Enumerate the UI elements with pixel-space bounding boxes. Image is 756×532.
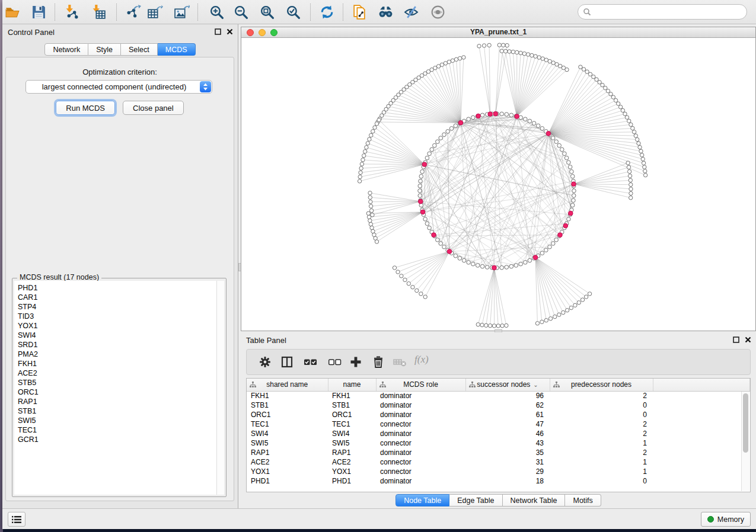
graph-node[interactable]	[492, 324, 496, 328]
graph-node[interactable]	[614, 98, 617, 102]
export-image-icon[interactable]	[174, 4, 190, 20]
graph-node[interactable]	[514, 264, 518, 268]
graph-node[interactable]	[415, 289, 419, 292]
graph-node[interactable]	[365, 146, 368, 149]
graph-node[interactable]	[477, 44, 481, 48]
graph-node[interactable]	[568, 165, 572, 169]
graph-node[interactable]	[447, 60, 451, 63]
graph-node[interactable]	[643, 165, 646, 169]
graph-node[interactable]	[508, 50, 511, 53]
graph-node[interactable]	[503, 49, 507, 53]
select-all-rows-icon[interactable]	[304, 355, 317, 371]
open-file-icon[interactable]	[5, 4, 21, 20]
tab-select[interactable]: Select	[121, 43, 158, 56]
graph-node[interactable]	[500, 112, 504, 116]
tab-mcds[interactable]: MCDS	[158, 43, 196, 56]
graph-node[interactable]	[393, 266, 396, 270]
graph-node[interactable]	[629, 182, 633, 186]
graph-node[interactable]	[524, 261, 528, 265]
graph-node[interactable]	[625, 116, 629, 119]
graph-node[interactable]	[423, 295, 427, 299]
export-network-icon[interactable]	[125, 4, 141, 20]
graph-node[interactable]	[436, 140, 440, 144]
graph-node[interactable]	[369, 200, 372, 203]
graph-node[interactable]	[626, 161, 630, 165]
graph-node[interactable]	[366, 142, 369, 145]
graph-node[interactable]	[577, 301, 580, 305]
graph-dominator-node[interactable]	[488, 112, 493, 117]
close-panel-button[interactable]: Close panel	[123, 101, 184, 115]
graph-node[interactable]	[462, 258, 466, 262]
graph-dominator-node[interactable]	[422, 162, 427, 167]
zoom-in-icon[interactable]	[209, 4, 225, 20]
graph-node[interactable]	[403, 278, 407, 281]
import-table-icon[interactable]	[91, 4, 107, 20]
graph-node[interactable]	[609, 92, 613, 96]
tab-node-table[interactable]: Node Table	[395, 494, 449, 507]
float-panel-icon[interactable]	[215, 28, 221, 35]
graph-node[interactable]	[604, 86, 607, 89]
show-all-icon[interactable]	[430, 4, 446, 20]
graph-node[interactable]	[551, 242, 555, 246]
graph-node[interactable]	[567, 217, 571, 222]
tab-edge-table[interactable]: Edge Table	[449, 494, 502, 507]
graph-node[interactable]	[433, 143, 437, 148]
graph-node[interactable]	[442, 133, 446, 137]
graph-node[interactable]	[639, 149, 643, 153]
graph-node[interactable]	[369, 222, 372, 226]
col-header-name[interactable]: name	[328, 379, 376, 391]
graph-node[interactable]	[471, 262, 476, 266]
graph-node[interactable]	[537, 56, 541, 59]
table-options-icon[interactable]	[259, 355, 272, 371]
zoom-out-icon[interactable]	[233, 4, 249, 20]
graph-node[interactable]	[629, 191, 633, 195]
graph-node[interactable]	[562, 310, 565, 314]
graph-node[interactable]	[480, 264, 484, 268]
graph-node[interactable]	[621, 108, 624, 112]
hide-selected-icon[interactable]	[403, 4, 419, 20]
search-network-icon[interactable]	[378, 4, 394, 20]
graph-node[interactable]	[569, 306, 573, 309]
table-row[interactable]: ORC1ORC1dominator610	[247, 410, 750, 419]
graph-node[interactable]	[632, 130, 636, 134]
graph-dominator-node[interactable]	[458, 120, 463, 125]
graph-node[interactable]	[482, 44, 486, 47]
graph-node[interactable]	[588, 292, 591, 296]
mcds-result-item[interactable]: SRD1	[18, 340, 224, 350]
export-table-icon[interactable]	[147, 4, 163, 20]
mcds-result-item[interactable]: ORC1	[18, 387, 224, 397]
graph-node[interactable]	[530, 53, 534, 57]
graph-node[interactable]	[361, 158, 365, 162]
graph-node[interactable]	[592, 75, 595, 78]
graph-node[interactable]	[544, 248, 548, 252]
search-field[interactable]	[578, 4, 747, 20]
apply-function-icon[interactable]: f(x)	[414, 354, 429, 366]
graph-node[interactable]	[375, 240, 378, 243]
graph-node[interactable]	[500, 324, 504, 328]
graph-node[interactable]	[500, 49, 503, 53]
graph-node[interactable]	[570, 174, 575, 178]
graph-node[interactable]	[629, 123, 633, 126]
graph-node[interactable]	[627, 169, 631, 173]
graph-node[interactable]	[505, 323, 508, 327]
table-row[interactable]: FKH1FKH1dominator962	[247, 391, 750, 400]
graph-dominator-node[interactable]	[493, 111, 498, 116]
graph-node[interactable]	[598, 81, 601, 84]
graph-node[interactable]	[360, 162, 363, 166]
graph-node[interactable]	[582, 68, 585, 71]
graph-node[interactable]	[400, 274, 403, 278]
table-row[interactable]: STB1STB1dominator620	[247, 400, 750, 410]
graph-node[interactable]	[611, 95, 615, 99]
graph-node[interactable]	[369, 209, 373, 212]
graph-node[interactable]	[366, 211, 370, 215]
table-scrollbar-thumb[interactable]	[743, 393, 748, 453]
graph-node[interactable]	[565, 309, 569, 312]
graph-node[interactable]	[476, 264, 480, 268]
graph-node[interactable]	[627, 119, 631, 123]
graph-node[interactable]	[553, 315, 557, 318]
graph-node[interactable]	[368, 191, 372, 195]
graph-node[interactable]	[467, 261, 471, 265]
graph-node[interactable]	[563, 152, 567, 156]
graph-dominator-node[interactable]	[515, 114, 519, 119]
graph-node[interactable]	[502, 43, 505, 47]
